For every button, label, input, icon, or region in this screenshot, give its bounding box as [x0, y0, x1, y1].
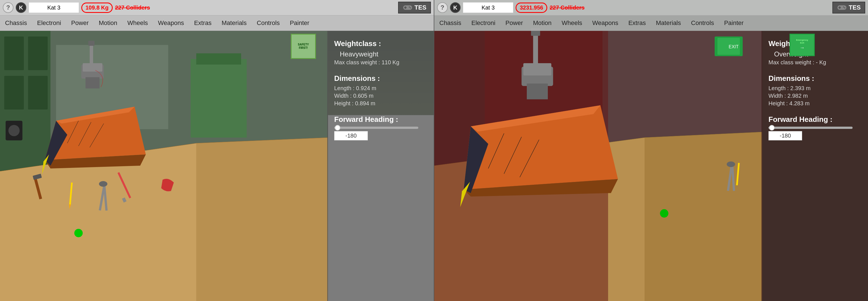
heading-title-right: Forward Heading :: [769, 115, 861, 124]
safety-sign-left: SAFETY FIRST!: [291, 34, 316, 59]
heading-section-left: Forward Heading : -180: [334, 115, 427, 140]
svg-rect-73: [839, 7, 841, 8]
nav-extras-right[interactable]: Extras: [623, 16, 651, 31]
slider-track-right: [769, 127, 852, 129]
svg-rect-61: [523, 63, 552, 76]
robot-model-left: [17, 36, 174, 194]
heading-title-left: Forward Heading :: [334, 115, 427, 124]
safety-sign-text-right: EmergencyExit: [796, 39, 808, 45]
robot-name-input-left[interactable]: [29, 2, 79, 13]
weight-badge-right: 3231.956: [516, 2, 547, 13]
header-right: ? K 3231.956 227 Colliders TES: [434, 0, 868, 16]
nav-weapons-left[interactable]: Weapons: [153, 16, 189, 31]
nav-controls-right[interactable]: Controls: [686, 16, 719, 31]
k-icon-left: K: [19, 4, 23, 11]
navbar-left: Chassis Electroni Power Motion Wheels We…: [0, 16, 434, 31]
info-panel-left: Weightclass : Heavyweight Max class weig…: [327, 31, 434, 301]
test-button-left[interactable]: TES: [398, 2, 431, 13]
max-weight-right: Max class weight : - Kg: [769, 59, 861, 66]
width-left: Width : 0.605 m: [334, 93, 427, 99]
nav-electronics-right[interactable]: Electroni: [466, 16, 500, 31]
nav-extras-left[interactable]: Extras: [189, 16, 216, 31]
weight-badge-left: 109.8 Kg: [81, 2, 113, 13]
nav-chassis-left[interactable]: Chassis: [0, 16, 32, 31]
svg-rect-9: [191, 59, 247, 138]
weightclass-section-right: Weightclass : Overweight Max class weigh…: [769, 39, 861, 66]
gamepad-icon-left: [403, 4, 413, 11]
colliders-text-left: 227 Colliders: [115, 4, 150, 11]
colliders-text-right: 227 Colliders: [550, 4, 585, 11]
nav-painter-left[interactable]: Painter: [285, 16, 315, 31]
k-button-left[interactable]: K: [16, 2, 26, 13]
k-icon-right: K: [453, 4, 457, 11]
heading-value-right: -180: [769, 131, 802, 140]
info-panel-right: Weightclass : Overweight Max class weigh…: [762, 31, 868, 301]
nav-materials-right[interactable]: Materials: [651, 16, 686, 31]
svg-text:EXIT: EXIT: [728, 44, 739, 49]
safety-sign-text: SAFETY FIRST!: [298, 43, 309, 50]
width-right: Width : 2.982 m: [769, 93, 861, 99]
nav-motion-right[interactable]: Motion: [528, 16, 557, 31]
svg-rect-10: [196, 53, 241, 64]
nav-painter-right[interactable]: Painter: [719, 16, 749, 31]
svg-marker-12: [196, 138, 328, 301]
nav-power-left[interactable]: Power: [66, 16, 94, 31]
dimensions-section-left: Dimensions : Length : 0.924 m Width : 0.…: [334, 74, 427, 107]
svg-rect-40: [404, 7, 406, 8]
slider-track-left: [334, 127, 418, 129]
left-panel: SAFETY FIRST! ? K: [0, 0, 434, 301]
heading-slider-container-right: -180: [769, 127, 861, 140]
navbar-right: Chassis Electroni Power Motion Wheels We…: [434, 16, 868, 31]
length-right: Length : 2.393 m: [769, 85, 861, 91]
nav-materials-left[interactable]: Materials: [217, 16, 252, 31]
help-button-right[interactable]: ?: [437, 2, 448, 13]
test-label-right: TES: [849, 4, 861, 11]
k-button-right[interactable]: K: [450, 2, 461, 13]
svg-point-55: [727, 161, 735, 167]
robot-model-right: [443, 28, 639, 225]
svg-point-57: [660, 209, 669, 218]
nav-electronics-left[interactable]: Electroni: [32, 16, 66, 31]
weightclass-value-left: Heavyweight: [340, 50, 427, 58]
svg-point-75: [844, 7, 845, 8]
help-button-left[interactable]: ?: [3, 2, 13, 13]
nav-motion-left[interactable]: Motion: [94, 16, 122, 31]
svg-point-74: [843, 6, 844, 7]
svg-rect-28: [83, 63, 102, 72]
nav-controls-left[interactable]: Controls: [252, 16, 285, 31]
right-panel: EXIT: [434, 0, 868, 301]
svg-point-41: [409, 6, 410, 7]
weightclass-section-left: Weightclass : Heavyweight Max class weig…: [334, 39, 427, 66]
svg-rect-26: [88, 41, 94, 46]
gamepad-icon-right: [837, 4, 847, 11]
svg-point-42: [410, 7, 411, 8]
nav-weapons-right[interactable]: Weapons: [587, 16, 623, 31]
slider-thumb-right[interactable]: [769, 125, 775, 131]
help-icon-right: ?: [440, 4, 444, 11]
nav-chassis-right[interactable]: Chassis: [434, 16, 466, 31]
nav-wheels-right[interactable]: Wheels: [557, 16, 587, 31]
nav-power-right[interactable]: Power: [500, 16, 528, 31]
svg-rect-62: [527, 84, 548, 100]
safety-sign-right: EmergencyExit →: [789, 34, 815, 56]
height-left: Height : 0.894 m: [334, 100, 427, 107]
exit-arrow-icon: →: [800, 45, 805, 51]
panel-divider: [434, 0, 434, 301]
help-icon-left: ?: [6, 4, 10, 11]
test-label-left: TES: [414, 4, 427, 11]
heading-slider-container-left: -180: [334, 127, 427, 140]
test-button-right[interactable]: TES: [832, 2, 865, 13]
weightclass-value-right: Overweight: [774, 50, 861, 58]
dimensions-section-right: Dimensions : Length : 2.393 m Width : 2.…: [769, 74, 861, 107]
weightclass-title-left: Weightclass :: [334, 39, 427, 48]
header-left: ? K 109.8 Kg 227 Colliders TES: [0, 0, 434, 16]
height-right: Height : 4.283 m: [769, 100, 861, 107]
weightclass-title-right: Weightclass :: [769, 39, 861, 48]
dimensions-title-left: Dimensions :: [334, 74, 427, 83]
svg-point-24: [74, 229, 83, 237]
slider-thumb-left[interactable]: [335, 125, 340, 131]
max-weight-left: Max class weight : 110 Kg: [334, 59, 427, 66]
nav-wheels-left[interactable]: Wheels: [122, 16, 153, 31]
robot-name-input-right[interactable]: [463, 2, 513, 13]
heading-section-right: Forward Heading : -180: [769, 115, 861, 140]
